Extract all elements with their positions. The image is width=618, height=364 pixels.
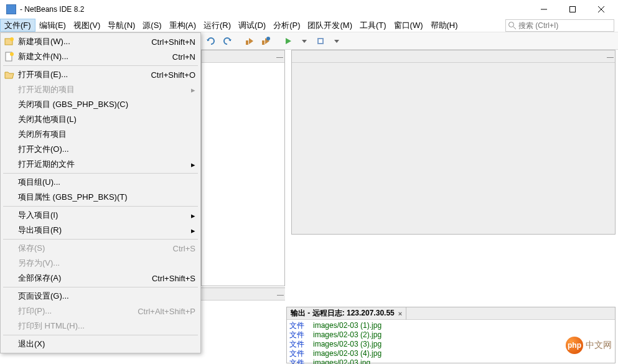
output-panel: 输出 - 远程日志: 123.207.30.55 × 文件images/02-0… xyxy=(286,307,616,363)
menu-page-setup[interactable]: 页面设置(G)... xyxy=(2,289,199,304)
left-panel-bottom: — xyxy=(200,287,285,364)
output-row: 文件images/02-03 (1).jpg xyxy=(289,321,612,330)
menu-shortcut: Ctrl+S xyxy=(173,244,195,253)
output-tabs: 输出 - 远程日志: 123.207.30.55 × xyxy=(287,307,615,320)
minimize-button[interactable] xyxy=(530,0,558,19)
svg-rect-6 xyxy=(246,40,248,45)
menu-open-project[interactable]: 打开项目(E)... Ctrl+Shift+O xyxy=(2,67,199,82)
menu-label: 页面设置(G)... xyxy=(18,291,69,302)
menu-separator xyxy=(3,335,198,335)
debug-button[interactable] xyxy=(314,34,327,48)
menu-edit[interactable]: 编辑(E) xyxy=(35,19,70,32)
menu-label: 保存(S) xyxy=(18,243,45,254)
build-button[interactable] xyxy=(243,34,256,48)
menu-source[interactable]: 源(S) xyxy=(139,19,165,32)
menu-new-file[interactable]: 新建文件(N)... Ctrl+N xyxy=(2,49,199,64)
menu-shortcut: Ctrl+Shift+S xyxy=(152,274,195,283)
svg-point-12 xyxy=(10,37,14,41)
menu-label: 项目组(U)... xyxy=(18,177,60,188)
close-button[interactable] xyxy=(587,0,616,19)
menu-tools[interactable]: 工具(T) xyxy=(356,19,390,32)
undo-button[interactable] xyxy=(204,34,218,48)
search-icon xyxy=(507,21,517,30)
run-dropdown[interactable] xyxy=(297,34,311,48)
titlebar: - NetBeans IDE 8.2 xyxy=(0,0,618,19)
menu-print-html[interactable]: 打印到 HTML(H)... xyxy=(2,319,199,334)
submenu-arrow-icon: ▸ xyxy=(191,211,195,220)
menu-refactor[interactable]: 重构(A) xyxy=(166,19,200,32)
panel-header: — xyxy=(200,288,285,301)
menu-team[interactable]: 团队开发(M) xyxy=(304,19,356,32)
menu-open-file[interactable]: 打开文件(O)... xyxy=(2,142,199,157)
menu-run[interactable]: 运行(R) xyxy=(200,19,235,32)
menu-label: 关闭其他项目(L) xyxy=(18,114,77,125)
menu-shortcut: Ctrl+Shift+N xyxy=(151,37,195,47)
menu-label: 关闭项目 (GBS_PHP_BKS)(C) xyxy=(18,99,128,110)
new-file-icon xyxy=(4,52,14,62)
window-title: - NetBeans IDE 8.2 xyxy=(20,5,84,14)
redo-button[interactable] xyxy=(220,34,234,48)
output-tab[interactable]: 输出 - 远程日志: 123.207.30.55 × xyxy=(287,307,406,320)
menu-save-as[interactable]: 另存为(V)... xyxy=(2,256,199,271)
menu-export-project[interactable]: 导出项目(R) ▸ xyxy=(2,223,199,238)
menu-separator xyxy=(3,65,198,66)
menu-navigate[interactable]: 导航(N) xyxy=(104,19,139,32)
menu-debug[interactable]: 调试(D) xyxy=(235,19,269,32)
menu-label: 新建文件(N)... xyxy=(18,51,68,62)
menu-close-other-projects[interactable]: 关闭其他项目(L) xyxy=(2,112,199,127)
submenu-arrow-icon: ▸ xyxy=(191,160,195,169)
menu-shortcut: Ctrl+Shift+O xyxy=(151,70,195,80)
submenu-arrow-icon: ▸ xyxy=(191,85,195,95)
menu-label: 打开近期的项目 xyxy=(18,84,75,95)
debug-dropdown[interactable] xyxy=(330,34,344,48)
submenu-arrow-icon: ▸ xyxy=(191,226,195,235)
menubar: 文件(F) 编辑(E) 视图(V) 导航(N) 源(S) 重构(A) 运行(R)… xyxy=(0,19,618,32)
menu-import-project[interactable]: 导入项目(I) ▸ xyxy=(2,208,199,223)
search-box[interactable] xyxy=(505,19,614,32)
editor-panel: — xyxy=(291,50,616,235)
menu-save[interactable]: 保存(S) Ctrl+S xyxy=(2,241,199,256)
svg-rect-7 xyxy=(262,40,265,45)
menu-close-all-projects[interactable]: 关闭所有项目 xyxy=(2,127,199,142)
output-row: 文件images/02-03.jpg xyxy=(289,358,612,364)
menu-label: 打开项目(E)... xyxy=(18,69,68,80)
menu-separator xyxy=(3,287,198,287)
panel-minimize-icon[interactable]: — xyxy=(607,53,614,60)
panel-header: — xyxy=(202,50,284,63)
svg-point-8 xyxy=(266,37,270,40)
svg-point-4 xyxy=(509,22,514,27)
maximize-button[interactable] xyxy=(558,0,587,19)
menu-print[interactable]: 打印(P)... Ctrl+Alt+Shift+P xyxy=(2,304,199,319)
output-row: 文件images/02-03 (3).jpg xyxy=(289,340,612,349)
menu-file[interactable]: 文件(F) xyxy=(0,19,35,32)
menu-profile[interactable]: 分析(P) xyxy=(269,19,304,32)
panel-minimize-icon[interactable]: — xyxy=(277,291,284,298)
menu-open-recent-file[interactable]: 打开近期的文件 ▸ xyxy=(2,157,199,172)
menu-open-recent-project[interactable]: 打开近期的项目 ▸ xyxy=(2,82,199,97)
search-input[interactable] xyxy=(518,21,606,30)
left-panel: — xyxy=(201,50,285,286)
menu-help[interactable]: 帮助(H) xyxy=(427,19,462,32)
menu-project-group[interactable]: 项目组(U)... xyxy=(2,175,199,190)
menu-label: 另存为(V)... xyxy=(18,258,60,269)
panel-minimize-icon[interactable]: — xyxy=(276,53,283,60)
menu-label: 打开文件(O)... xyxy=(18,144,69,155)
menu-close-project[interactable]: 关闭项目 (GBS_PHP_BKS)(C) xyxy=(2,97,199,112)
run-button[interactable] xyxy=(281,34,295,48)
menu-separator xyxy=(3,173,198,174)
menu-project-properties[interactable]: 项目属性 (GBS_PHP_BKS)(T) xyxy=(2,190,199,205)
close-icon[interactable]: × xyxy=(398,310,402,317)
menu-shortcut: Ctrl+Alt+Shift+P xyxy=(138,307,195,316)
output-tab-title: 输出 - 远程日志: 123.207.30.55 xyxy=(291,308,395,319)
menu-exit[interactable]: 退出(X) xyxy=(2,337,199,352)
menu-label: 项目属性 (GBS_PHP_BKS)(T) xyxy=(18,192,128,203)
menu-save-all[interactable]: 全部保存(A) Ctrl+Shift+S xyxy=(2,271,199,286)
menu-new-project[interactable]: 新建项目(W)... Ctrl+Shift+N xyxy=(2,34,199,49)
menu-label: 全部保存(A) xyxy=(18,273,61,284)
menu-label: 打印到 HTML(H)... xyxy=(18,320,85,332)
menu-label: 导出项目(R) xyxy=(18,225,62,236)
menu-view[interactable]: 视图(V) xyxy=(70,19,104,32)
menu-window[interactable]: 窗口(W) xyxy=(390,19,427,32)
clean-build-button[interactable] xyxy=(259,34,273,48)
panel-header: — xyxy=(292,50,615,63)
